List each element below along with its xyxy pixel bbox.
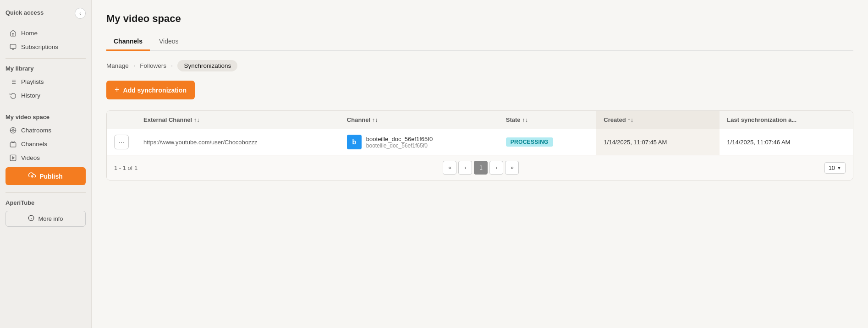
channel-name-main: booteille_doc_56ef1f65f0 [366,136,433,142]
sidebar-playlists-label: Playlists [21,78,44,85]
tab-channels[interactable]: Channels [106,34,150,51]
channel-name-stack: booteille_doc_56ef1f65f0 booteille_doc_5… [366,136,433,149]
main-content: My video space Channels Videos Manage · … [92,0,868,328]
pagination-row: 1 - 1 of 1 « ‹ 1 › » 10 ▼ [107,155,853,180]
sidebar-item-videos[interactable]: Videos [5,151,86,164]
sidebar-divider-2 [5,107,86,107]
tabs-bar: Channels Videos [106,34,853,51]
page-title: My video space [106,13,853,25]
add-synchronization-button[interactable]: + Add synchronization [106,81,195,99]
sub-nav: Manage · Followers · Synchronizations [106,60,853,71]
sidebar-header: Quick access ‹ [5,7,86,19]
svg-rect-16 [10,155,16,161]
table-row: ··· https://www.youtube.com/user/Chocobo… [107,129,853,155]
sidebar-item-history[interactable]: History [5,88,86,102]
row-action-button[interactable]: ··· [114,135,129,149]
chevron-down-icon: ▼ [837,165,841,170]
sub-nav-manage[interactable]: Manage [106,62,129,69]
history-icon [9,92,16,99]
channel-avatar: b [347,135,362,149]
page-count: 1 - 1 of 1 [114,164,137,171]
sub-nav-followers[interactable]: Followers [140,62,166,69]
sidebar-subscriptions-label: Subscriptions [21,44,58,50]
publish-label: Publish [39,173,63,180]
sidebar-chatrooms-label: Chatrooms [21,127,51,134]
sync-table: External Channel ↑↓ Channel ↑↓ State ↑↓ … [107,111,853,155]
sidebar-home-label: Home [21,30,38,37]
sidebar: Quick access ‹ Home Subscriptions My lib… [0,0,92,328]
page-prev-button[interactable]: ‹ [458,161,472,175]
more-info-label: More info [38,215,63,222]
per-page-value[interactable]: 10 ▼ [824,162,846,174]
sidebar-channels-label: Channels [21,141,47,148]
sidebar-videos-label: Videos [21,154,40,161]
more-info-button[interactable]: More info [5,211,86,227]
per-page-select: 10 ▼ [824,162,846,174]
add-sync-label: Add synchronization [123,87,187,94]
col-header-external-channel[interactable]: External Channel ↑↓ [136,111,340,129]
sidebar-item-playlists[interactable]: Playlists [5,75,86,88]
quick-access-title: Quick access [5,9,44,16]
row-created-cell: 1/14/2025, 11:07:45 AM [596,129,720,155]
col-header-actions [107,111,136,129]
svg-rect-15 [10,142,16,147]
row-last-sync-cell: 1/14/2025, 11:07:46 AM [720,129,853,155]
collapse-button[interactable]: ‹ [75,8,86,19]
col-header-created[interactable]: Created ↑↓ [596,111,720,129]
videos-icon [9,154,16,161]
sidebar-item-chatrooms[interactable]: Chatrooms [5,123,86,137]
row-external-channel-cell: https://www.youtube.com/user/Chocobozzz [136,129,340,155]
subscriptions-icon [9,43,16,50]
home-icon [9,29,16,37]
sub-nav-dot-1: · [133,62,135,70]
table-header-row: External Channel ↑↓ Channel ↑↓ State ↑↓ … [107,111,853,129]
svg-point-10 [12,129,14,131]
page-last-button[interactable]: » [505,161,519,175]
col-header-last-sync[interactable]: Last synchronization a... [720,111,853,129]
col-header-state[interactable]: State ↑↓ [499,111,597,129]
row-actions-cell: ··· [107,129,136,155]
row-channel-cell: b booteille_doc_56ef1f65f0 booteille_doc… [340,129,499,155]
sidebar-divider-1 [5,58,86,59]
channels-icon [9,140,16,148]
sync-table-container: External Channel ↑↓ Channel ↑↓ State ↑↓ … [106,110,853,180]
svg-rect-0 [10,44,16,48]
plus-icon: + [115,85,120,95]
sidebar-divider-3 [5,192,86,193]
sidebar-item-subscriptions[interactable]: Subscriptions [5,40,86,54]
sidebar-history-label: History [21,92,40,99]
page-next-button[interactable]: › [489,161,503,175]
aperitube-title: AperiTube [5,199,86,206]
my-video-space-title: My video space [5,114,86,120]
sidebar-item-home[interactable]: Home [5,26,86,40]
publish-icon [28,172,36,180]
my-library-title: My library [5,65,86,72]
sidebar-item-channels[interactable]: Channels [5,137,86,151]
more-info-icon [28,215,34,223]
channel-name-sub: booteille_doc_56ef1f65f0 [366,142,433,149]
sub-nav-dot-2: · [171,62,173,70]
page-first-button[interactable]: « [443,161,456,175]
pagination-controls: « ‹ 1 › » [443,161,519,175]
tab-videos[interactable]: Videos [152,34,186,51]
col-header-channel[interactable]: Channel ↑↓ [340,111,499,129]
external-channel-link[interactable]: https://www.youtube.com/user/Chocobozzz [143,139,258,146]
svg-marker-17 [12,157,14,159]
publish-button[interactable]: Publish [5,167,86,185]
page-current-button[interactable]: 1 [474,161,488,175]
chatrooms-icon [9,126,16,134]
state-badge: PROCESSING [506,137,553,147]
playlists-icon [9,78,16,85]
sub-nav-synchronizations: Synchronizations [177,60,237,71]
row-state-cell: PROCESSING [499,129,597,155]
